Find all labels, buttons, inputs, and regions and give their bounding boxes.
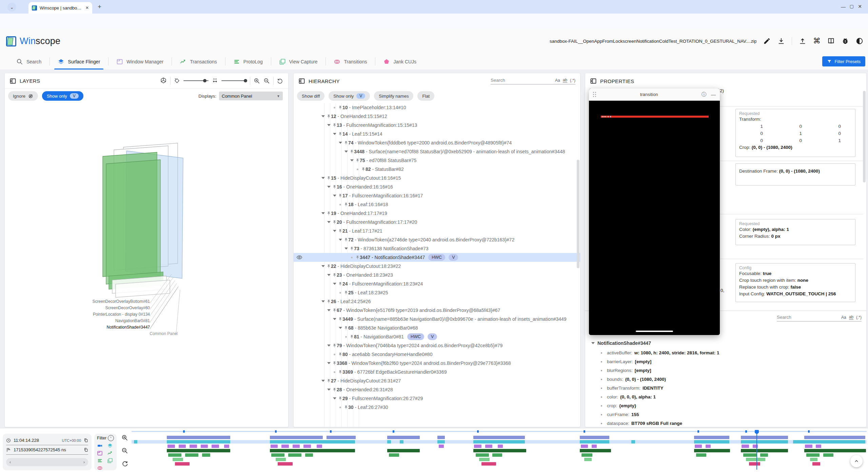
collapse-panel-icon[interactable] (298, 78, 305, 84)
show-only-chip[interactable]: Show only V (42, 91, 83, 101)
trace-entry-segment[interactable] (185, 453, 198, 457)
browser-tab[interactable]: Winscope | sandbox-FAIL ✕ (28, 2, 92, 14)
search-options-icons[interactable]: Aaab(.*) (555, 78, 575, 83)
download-trace-icon[interactable] (777, 37, 785, 45)
trace-entry-segment[interactable] (816, 445, 821, 448)
timeline-cursor[interactable] (756, 430, 757, 470)
expand-chevron-icon[interactable] (321, 115, 325, 117)
tree-row[interactable]: 15 - HideDisplayCutout:16:16#15 (294, 174, 580, 182)
trace-entry-segment[interactable] (581, 453, 593, 457)
curr-property-row[interactable]: blurRegions: [empty] (601, 366, 863, 375)
tree-row[interactable]: 19 - OneHanded:17:17#19 (294, 209, 580, 218)
tree-row[interactable]: 10 - ImePlaceholder:13:14#10 (294, 103, 580, 112)
pin-icon[interactable] (338, 317, 342, 321)
trace-entry-segment[interactable] (437, 436, 445, 439)
tab-window-manager[interactable]: Window Manager (108, 54, 172, 70)
tree-row[interactable]: 18 - Leaf:16:16#18 (294, 200, 580, 209)
tree-row[interactable]: 14 - Leaf:15:15#14 (294, 130, 580, 138)
expand-chevron-icon[interactable] (339, 239, 342, 241)
displays-select[interactable]: Common Panel ▼ (219, 92, 283, 100)
pin-icon[interactable] (344, 405, 348, 410)
tree-row[interactable]: 3369 - 67726bf EdgeBackGestureHandler0#3… (294, 368, 580, 376)
trace-entry-segment[interactable] (288, 453, 301, 457)
pin-icon[interactable] (344, 326, 348, 330)
filter-screen-recording-icon[interactable] (97, 443, 103, 449)
collapse-panel-icon[interactable] (9, 78, 16, 84)
tree-row[interactable]: 3449 - Surface(name=885b63e NavigationBa… (294, 315, 580, 323)
trace-entry-segment[interactable] (694, 449, 730, 452)
tree-row[interactable]: 26 - Leaf:24:25#26 (294, 297, 580, 306)
trace-entry-segment[interactable] (270, 436, 323, 439)
tree-row[interactable]: 21 - Leaf:17:17#21 (294, 227, 580, 235)
spacing-icon[interactable] (212, 78, 218, 84)
trace-entry-segment[interactable] (485, 445, 493, 448)
tree-row[interactable]: 24 - FullscreenMagnification:18:23#24 (294, 279, 580, 288)
tree-row[interactable]: 23 - OneHanded:18:23#23 (294, 271, 580, 279)
trace-entry-segment[interactable] (476, 453, 489, 457)
human-time-value[interactable]: 11:04:14.228 (14, 438, 39, 443)
tree-row[interactable]: 79 - WindowToken{7046b4a type=2024 andro… (294, 341, 580, 350)
maximize-window-icon[interactable]: ▢ (850, 4, 854, 9)
trace-entry-segment[interactable] (167, 449, 230, 452)
report-bug-icon[interactable] (842, 37, 849, 45)
trace-entry-segment[interactable] (580, 449, 611, 452)
search-options-icons[interactable]: Aaab(.*) (841, 315, 862, 320)
transition-overlay-window[interactable]: transition ⓘ — (589, 88, 720, 335)
expand-chevron-icon[interactable] (333, 133, 336, 135)
pin-icon[interactable] (338, 282, 342, 286)
minimize-window-icon[interactable]: — (841, 4, 846, 9)
trace-entry-segment[interactable] (327, 436, 356, 439)
trace-entry-segment[interactable] (498, 445, 503, 448)
trace-entry-segment[interactable] (793, 440, 865, 444)
layer-3d-label[interactable]: PointerLocation - display 0#134 (7, 312, 150, 317)
trace-entry-segment[interactable] (479, 458, 489, 461)
trace-entry-segment[interactable] (810, 458, 817, 461)
trace-entry-segment[interactable] (400, 440, 403, 444)
hierarchy-scrollbar[interactable] (577, 160, 579, 268)
filter-surface-flinger-icon[interactable] (107, 443, 113, 449)
chip-show-only[interactable]: Show onlyV (329, 91, 370, 101)
pin-icon[interactable] (327, 211, 331, 216)
trace-entry-segment[interactable] (387, 449, 419, 452)
tree-row[interactable]: 82 - StatusBar#82 (294, 165, 580, 174)
expand-chevron-icon[interactable] (333, 283, 336, 285)
trace-entry-segment[interactable] (481, 462, 496, 466)
trace-entry-segment[interactable] (303, 445, 311, 448)
trace-entry-segment[interactable] (270, 449, 355, 452)
tree-row[interactable]: 3368 - WindowToken{f6b2f60 type=2024 and… (294, 359, 580, 368)
tree-row[interactable]: 13 - FullscreenMagnification:15:15#13 (294, 121, 580, 130)
tree-row-selected[interactable]: 3447 - NotificationShade#3447HWCV (294, 253, 580, 262)
expand-chevron-icon[interactable] (327, 274, 331, 276)
timeline-pan-slider[interactable]: ‹ › (6, 458, 88, 466)
show-in-3d-eye-icon[interactable] (296, 254, 302, 260)
trace-entry-segment[interactable] (276, 458, 286, 461)
tree-row[interactable]: 72 - WindowToken{a2746de type=2040 andro… (294, 235, 580, 244)
layer-3d-label[interactable]: NavigationBar0#81 (7, 318, 150, 323)
overlay-titlebar[interactable]: transition ⓘ — (589, 88, 720, 101)
curr-property-row[interactable]: bounds: (0, 0) - (1080, 2400) (601, 375, 863, 384)
tree-row[interactable]: 73 - 8736138 NotificationShade#73 (294, 244, 580, 253)
hierarchy-search-field[interactable]: Search Aaab(.*) (491, 78, 575, 84)
trace-entry-segment[interactable] (592, 445, 597, 448)
trace-entry-segment[interactable] (580, 440, 609, 444)
pin-icon[interactable] (350, 150, 354, 154)
pin-icon[interactable] (338, 396, 342, 401)
rotation-slider[interactable] (183, 80, 209, 81)
pin-icon[interactable] (361, 167, 366, 172)
trace-entry-segment[interactable] (190, 445, 197, 448)
trace-entry-segment[interactable] (760, 453, 768, 457)
tree-row[interactable]: 28 - OneHanded:26:31#28 (294, 385, 580, 394)
trace-entry-segment[interactable] (749, 462, 760, 466)
trace-entry-segment[interactable] (473, 440, 525, 444)
trace-entry-segment[interactable] (706, 445, 711, 448)
pin-icon[interactable] (350, 335, 354, 339)
pin-icon[interactable] (338, 194, 342, 198)
timeline-tracks[interactable] (132, 436, 867, 470)
layer-3d-label[interactable]: NotificationShade#3447 (7, 325, 150, 330)
ns-time-row[interactable]: 1715339054227572545 ns (6, 445, 88, 455)
expand-chevron-icon[interactable] (327, 124, 331, 126)
expand-chevron-icon[interactable] (344, 248, 348, 250)
pin-icon[interactable] (332, 123, 337, 127)
curr-property-row[interactable]: barrierLayer: [empty] (601, 357, 863, 366)
pin-icon[interactable] (338, 105, 342, 110)
